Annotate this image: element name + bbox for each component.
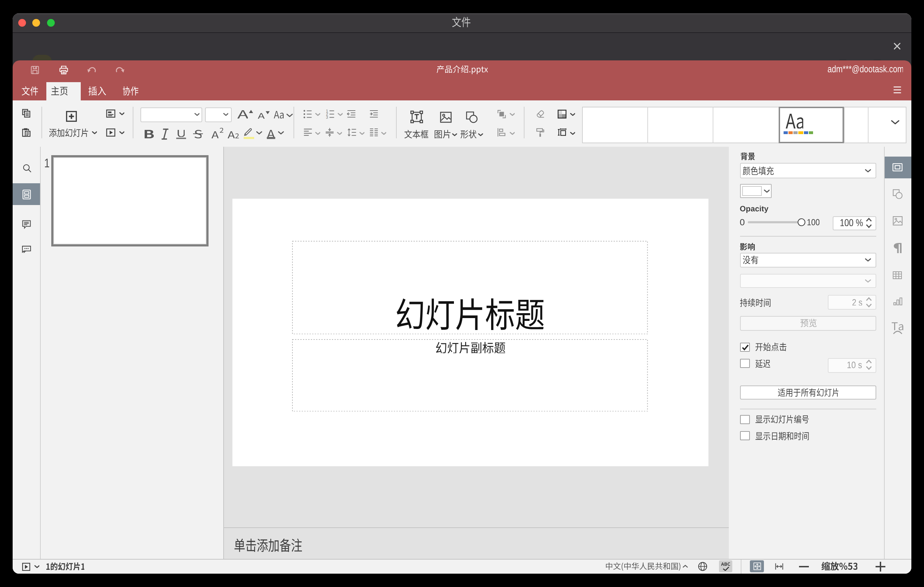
svg-text:3: 3 xyxy=(326,115,328,119)
